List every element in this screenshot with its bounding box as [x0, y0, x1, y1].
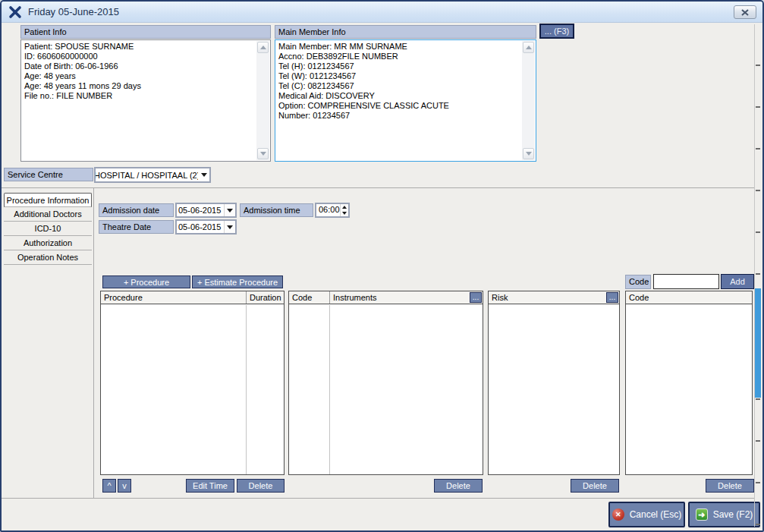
member-info-scrollbar[interactable] [522, 41, 535, 160]
section-divider [2, 187, 755, 188]
code-add-button[interactable]: Add [721, 274, 754, 289]
scroll-down-icon[interactable] [257, 148, 269, 159]
tab-authorization[interactable]: Authorization [4, 236, 92, 250]
col-code: Code [289, 293, 329, 302]
spin-up-icon[interactable] [341, 204, 348, 210]
risk-table[interactable]: Risk ... [488, 291, 620, 475]
main-member-info-text: Main Member: MR MM SURNAME Accno: DEB389… [278, 42, 520, 159]
theatre-date-label: Theatre Date [99, 220, 174, 234]
admission-time-stepper[interactable]: 06:00 [315, 203, 350, 218]
patient-info-scrollbar[interactable] [256, 41, 269, 160]
member-line: Medical Aid: DISCOVERY [278, 91, 520, 101]
close-icon [741, 9, 749, 16]
cancel-button[interactable]: ✕ Cancel (Esc) [608, 502, 685, 527]
member-line: Main Member: MR MM SURNAME [278, 42, 520, 52]
instruments-delete-button[interactable]: Delete [434, 479, 483, 493]
instruments-table-body[interactable] [289, 305, 483, 474]
patient-line: File no.: FILE NUMBER [24, 91, 255, 101]
tab-icd-10[interactable]: ICD-10 [4, 222, 92, 236]
procedure-table[interactable]: Procedure Duration [100, 291, 285, 475]
chevron-down-icon [198, 168, 209, 181]
code-table[interactable]: Code [625, 291, 753, 475]
edit-time-button[interactable]: Edit Time [186, 479, 234, 493]
save-arrow-icon: ➜ [696, 508, 708, 521]
tab-procedure-information[interactable]: Procedure Information [4, 193, 92, 207]
service-centre-select[interactable]: HOSPITAL / HOSPITAAL (2) [94, 167, 211, 183]
patient-line: Age: 48 years [24, 71, 255, 81]
scroll-up-icon[interactable] [257, 42, 269, 53]
titlebar: Friday 05-June-2015 [2, 2, 762, 23]
member-line: Tel (H): 0121234567 [278, 61, 520, 71]
close-button[interactable] [734, 5, 756, 19]
scroll-down-icon[interactable] [523, 148, 534, 159]
cancel-button-label: Cancel (Esc) [630, 509, 682, 520]
col-instruments: Instruments [330, 293, 470, 302]
chevron-down-icon [224, 221, 235, 233]
instruments-more-button[interactable]: ... [470, 292, 482, 303]
patient-info-box: Patient: SPOUSE SURNAME ID: 660606000000… [20, 39, 271, 162]
booking-window: Friday 05-June-2015 Patient Info Main Me… [0, 0, 764, 532]
main-member-info-box: Main Member: MR MM SURNAME Accno: DEB389… [275, 39, 536, 162]
theatre-date-picker[interactable]: 05-06-2015 [175, 219, 237, 235]
instruments-table-header: Code Instruments ... [289, 291, 483, 304]
member-line: Option: COMPREHENSIVE CLASSIC ACUTE [278, 101, 520, 111]
col-procedure: Procedure [101, 293, 246, 302]
admission-date-picker[interactable]: 05-06-2015 [175, 203, 237, 218]
patient-line: ID: 6606060000000 [24, 52, 255, 61]
save-button[interactable]: ➜ Save (F2) [688, 502, 760, 527]
patient-line: Date of Birth: 06-06-1966 [24, 61, 255, 71]
code-label: Code [625, 275, 651, 289]
code-delete-button[interactable]: Delete [706, 479, 754, 493]
admission-date-label: Admission date [99, 203, 174, 217]
procedure-delete-button[interactable]: Delete [237, 479, 285, 493]
col-duration: Duration [247, 293, 284, 302]
admission-time-label: Admission time [240, 203, 313, 217]
member-line: Tel (C): 0821234567 [278, 81, 520, 91]
form-scrollbar[interactable] [754, 24, 760, 527]
move-down-button[interactable]: v [118, 479, 131, 493]
risk-table-body[interactable] [489, 305, 619, 474]
member-line: Accno: DEB3892FILE NUMBER [278, 52, 520, 61]
scissors-app-icon [8, 5, 22, 19]
cancel-x-icon: ✕ [612, 508, 624, 521]
form-scrollbar-thumb[interactable] [755, 288, 761, 398]
chevron-down-icon [224, 204, 235, 216]
code-table-header: Code [626, 291, 752, 304]
risk-delete-button[interactable]: Delete [571, 479, 619, 493]
code-input[interactable] [653, 274, 719, 289]
add-procedure-button[interactable]: + Procedure [102, 275, 190, 288]
patient-info-header: Patient Info [20, 25, 271, 39]
admission-date-value: 05-06-2015 [177, 206, 224, 215]
main-member-info-header: Main Member Info [275, 25, 536, 39]
instruments-table[interactable]: Code Instruments ... [288, 291, 483, 475]
move-up-button[interactable]: ^ [102, 479, 116, 493]
service-centre-value: HOSPITAL / HOSPITAAL (2) [94, 171, 198, 180]
member-line: Tel (W): 0121234567 [278, 71, 520, 81]
service-centre-label: Service Centre [4, 168, 93, 181]
code-table-body[interactable] [626, 305, 752, 474]
add-estimate-procedure-button[interactable]: + Estimate Procedure [192, 275, 283, 288]
patient-line: Age: 48 years 11 mons 29 days [24, 81, 255, 91]
tab-additional-doctors[interactable]: Additional Doctors [4, 207, 92, 222]
col-risk: Risk [489, 293, 606, 302]
tab-operation-notes[interactable]: Operation Notes [4, 250, 92, 265]
scroll-up-icon[interactable] [523, 42, 534, 53]
window-title: Friday 05-June-2015 [28, 6, 119, 17]
risk-table-header: Risk ... [489, 291, 619, 304]
patient-info-text: Patient: SPOUSE SURNAME ID: 660606000000… [24, 42, 255, 159]
patient-line: Patient: SPOUSE SURNAME [24, 42, 255, 52]
risk-more-button[interactable]: ... [606, 292, 618, 303]
save-button-label: Save (F2) [713, 509, 753, 520]
footer-divider [2, 498, 755, 499]
screen: Friday 05-June-2015 Patient Info Main Me… [0, 0, 764, 532]
tab-content-divider [93, 188, 94, 498]
left-tab-list: Procedure Information Additional Doctors… [4, 193, 92, 265]
spin-down-icon[interactable] [341, 210, 348, 216]
col-code: Code [626, 293, 752, 302]
procedure-table-header: Procedure Duration [101, 291, 284, 304]
member-lookup-f3-button[interactable]: ... (F3) [539, 24, 574, 39]
procedure-table-body[interactable] [101, 305, 284, 474]
admission-time-value: 06:00 [316, 204, 340, 216]
member-line: Number: 01234567 [278, 111, 520, 121]
theatre-date-value: 05-06-2015 [177, 222, 224, 231]
